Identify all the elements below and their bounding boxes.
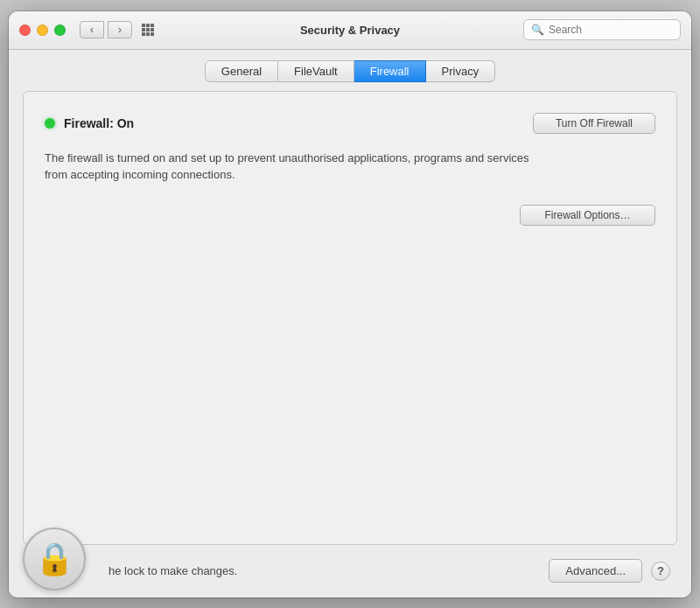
advanced-button[interactable]: Advanced... bbox=[549, 559, 642, 583]
main-window: ‹ › Security & Privacy 🔍 bbox=[9, 11, 691, 598]
firewall-description: The firewall is turned on and set up to … bbox=[45, 150, 535, 184]
firewall-status-row: Firewall: On Turn Off Firewall bbox=[45, 113, 655, 134]
tab-firewall[interactable]: Firewall bbox=[354, 60, 426, 82]
titlebar: ‹ › Security & Privacy 🔍 bbox=[9, 11, 691, 50]
svg-rect-2 bbox=[150, 24, 154, 27]
window-title: Security & Privacy bbox=[300, 24, 400, 37]
back-button[interactable]: ‹ bbox=[80, 21, 104, 38]
tabs-bar: General FileVault Firewall Privacy bbox=[9, 50, 691, 91]
lock-button[interactable]: 🔒 bbox=[23, 528, 86, 591]
tab-privacy[interactable]: Privacy bbox=[426, 60, 496, 82]
firewall-status-label: Firewall: On bbox=[64, 116, 134, 130]
traffic-lights bbox=[19, 24, 66, 36]
firewall-options-row: Firewall Options… bbox=[45, 205, 655, 226]
help-button[interactable]: ? bbox=[651, 562, 670, 581]
search-box[interactable]: 🔍 bbox=[523, 19, 681, 40]
search-input[interactable] bbox=[549, 24, 673, 36]
turn-off-firewall-button[interactable]: Turn Off Firewall bbox=[533, 113, 655, 134]
grid-button[interactable] bbox=[136, 21, 160, 38]
svg-rect-6 bbox=[142, 32, 145, 36]
bottom-bar: 🔒 he lock to make changes. Advanced... ? bbox=[9, 545, 691, 598]
forward-button[interactable]: › bbox=[108, 21, 132, 38]
lock-icon: 🔒 bbox=[35, 541, 74, 577]
bottom-right: Advanced... ? bbox=[549, 559, 670, 583]
svg-rect-3 bbox=[142, 28, 145, 31]
back-icon: ‹ bbox=[90, 24, 94, 36]
search-icon: 🔍 bbox=[531, 24, 544, 36]
svg-rect-0 bbox=[142, 24, 145, 27]
firewall-status-dot bbox=[45, 118, 55, 129]
tab-filevault[interactable]: FileVault bbox=[278, 60, 354, 82]
tab-general[interactable]: General bbox=[205, 60, 278, 82]
minimize-button[interactable] bbox=[37, 24, 48, 36]
forward-icon: › bbox=[118, 24, 122, 36]
maximize-button[interactable] bbox=[54, 24, 66, 36]
close-button[interactable] bbox=[19, 24, 31, 36]
status-left: Firewall: On bbox=[45, 116, 134, 130]
svg-rect-1 bbox=[146, 24, 150, 27]
nav-buttons: ‹ › bbox=[80, 21, 132, 38]
svg-rect-8 bbox=[150, 32, 154, 36]
svg-rect-7 bbox=[146, 32, 150, 36]
svg-rect-4 bbox=[146, 28, 150, 31]
lock-text: he lock to make changes. bbox=[108, 564, 237, 577]
firewall-options-button[interactable]: Firewall Options… bbox=[520, 205, 655, 226]
content-area: Firewall: On Turn Off Firewall The firew… bbox=[23, 91, 677, 545]
svg-rect-5 bbox=[150, 28, 154, 31]
